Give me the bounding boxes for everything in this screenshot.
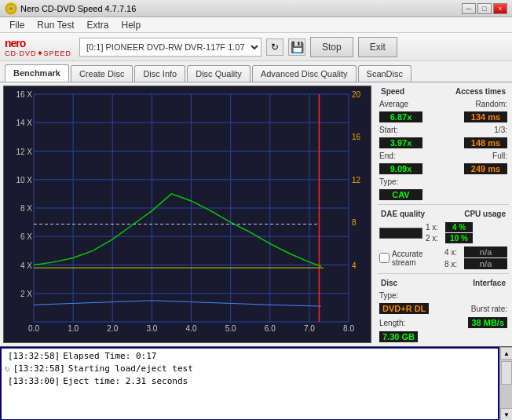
menu-file[interactable]: File: [3, 18, 31, 32]
disc-length-label: Length:: [379, 319, 405, 327]
start-value-row: 3.97x 148 ms: [378, 137, 509, 149]
drive-selector[interactable]: [0:1] PIONEER DVD-RW DVR-117F 1.07: [79, 38, 261, 57]
window-controls: ─ □ ×: [462, 3, 507, 14]
svg-point-1: [9, 7, 13, 10]
disc-type-value: DVD+R DL: [379, 303, 429, 314]
tab-scandisc[interactable]: ScanDisc: [358, 65, 411, 82]
cpu-2x-label: 2 x:: [426, 234, 445, 243]
log-entry-2: ↻ [13:32:58] Starting load/eject test: [5, 363, 495, 375]
type-value-row: CAV: [378, 188, 509, 201]
disc-type-label: Type:: [379, 291, 398, 300]
cpu-1x-label: 1 x:: [426, 223, 445, 232]
burst-value: 38 MB/s: [468, 317, 507, 328]
dae-cpu-row: 1 x: 4 % 2 x: 10 %: [378, 221, 509, 244]
tab-advanced-disc-quality[interactable]: Advanced Disc Quality: [252, 65, 357, 82]
start-label: Start:: [379, 126, 398, 134]
exit-button[interactable]: Exit: [358, 37, 397, 57]
disc-interface-header: Disc Interface: [378, 277, 509, 289]
divider2: [378, 273, 509, 274]
one-third-value: 148 ms: [464, 137, 507, 148]
disc-length-burst-row: Length: 38 MB/s: [378, 316, 509, 329]
random-label: Random:: [475, 100, 507, 108]
log-time-2: [13:32:58]: [13, 363, 65, 375]
cpu-1x-row: 1 x: 4 %: [426, 222, 473, 232]
end-label: End:: [379, 152, 396, 160]
end-value-row: 9.09x 249 ms: [378, 163, 509, 175]
full-label: Full:: [492, 152, 507, 160]
cpu-2x-value: 10 %: [445, 233, 473, 243]
accurate-checkbox[interactable]: [379, 253, 389, 263]
end-value: 9.09x: [379, 163, 422, 174]
average-label: Average: [379, 100, 408, 108]
dae-bar: [379, 228, 422, 239]
maximize-button[interactable]: □: [477, 3, 492, 14]
type-row: Type:: [378, 177, 509, 187]
access-label: Access times: [454, 86, 507, 97]
disc-type-value-row: DVD+R DL Burst rate:: [378, 302, 509, 315]
scrollbar-track: [500, 360, 512, 408]
save-icon[interactable]: 💾: [288, 38, 305, 56]
log-icon-2: ↻: [5, 363, 10, 375]
end-row: End: Full:: [378, 151, 509, 161]
tab-benchmark[interactable]: Benchmark: [5, 64, 69, 82]
cpu-4x-value: n/a: [464, 247, 507, 257]
cpu-4x-8x: 4 x: n/a 8 x: n/a: [444, 247, 507, 269]
log-scrollbar: ▲ ▼: [499, 347, 512, 420]
log-time-3: [13:33:00]: [8, 375, 60, 388]
stats-panel: Speed Access times Average Random: 6.87x…: [375, 82, 512, 346]
log-entry-3: [13:33:00] Eject time: 2.31 seconds: [5, 375, 495, 388]
app-icon: [5, 2, 17, 15]
log-text-2: Starting load/eject test: [68, 363, 193, 375]
cpu-1x-value: 4 %: [445, 222, 473, 232]
average-value-row: 6.87x 134 ms: [378, 111, 509, 123]
log-area: [13:32:58] Elapsed Time: 0:17 ↻ [13:32:5…: [0, 346, 512, 420]
disc-length-value: 7.30 GB: [379, 331, 418, 342]
titlebar: Nero CD-DVD Speed 4.7.7.16 ─ □ ×: [0, 0, 512, 17]
full-value: 249 ms: [464, 163, 507, 174]
log-content: [13:32:58] Elapsed Time: 0:17 ↻ [13:32:5…: [2, 349, 498, 419]
one-third-label: 1/3:: [494, 126, 507, 134]
cpu-2x-row: 2 x: 10 %: [426, 233, 473, 243]
chart-panel-area: Speed Access times Average Random: 6.87x…: [0, 82, 512, 346]
log-time-1: [13:32:58]: [8, 350, 60, 363]
menu-help[interactable]: Help: [115, 18, 148, 32]
interface-label: Interface: [471, 278, 507, 288]
start-row: Start: 1/3:: [378, 125, 509, 135]
tab-disc-info[interactable]: Disc Info: [134, 65, 185, 82]
menu-run-test[interactable]: Run Test: [31, 18, 80, 32]
cpu-4x-label: 4 x:: [444, 248, 464, 257]
scrollbar-up[interactable]: ▲: [500, 347, 512, 360]
type-label: Type:: [379, 177, 398, 186]
chart-canvas: [4, 86, 371, 343]
menu-extra[interactable]: Extra: [80, 18, 115, 32]
cpu-8x-label: 8 x:: [444, 260, 464, 268]
speed-label: Speed: [379, 86, 406, 97]
log-text-3: Eject time: 2.31 seconds: [63, 375, 188, 388]
disc-length-value-row: 7.30 GB: [378, 331, 509, 343]
burst-label: Burst rate:: [471, 305, 507, 313]
stop-button[interactable]: Stop: [310, 37, 353, 57]
log-entry-1: [13:32:58] Elapsed Time: 0:17: [5, 350, 495, 363]
scrollbar-thumb[interactable]: [501, 361, 512, 385]
tab-bar: Benchmark Create Disc Disc Info Disc Qua…: [0, 61, 512, 82]
scrollbar-down[interactable]: ▼: [500, 408, 512, 420]
cpu-4x-row: 4 x: n/a: [444, 247, 507, 257]
logo-nero: nero: [5, 37, 71, 49]
minimize-button[interactable]: ─: [462, 3, 476, 14]
dae-label: DAE quality: [379, 209, 426, 219]
disc-type-row: Type:: [378, 290, 509, 301]
accurate-label: Accurate stream: [392, 250, 439, 267]
dae-cpu-header: DAE quality CPU usage: [378, 208, 509, 220]
logo-cddvd: CD·DVD✦SPEED: [5, 49, 71, 57]
accurate-row: Accurate stream 4 x: n/a 8 x: n/a: [378, 246, 509, 270]
tab-disc-quality[interactable]: Disc Quality: [187, 65, 251, 82]
cpu-8x-row: 8 x: n/a: [444, 258, 507, 269]
close-button[interactable]: ×: [493, 3, 507, 14]
average-row: Average Random:: [378, 99, 509, 109]
tab-create-disc[interactable]: Create Disc: [71, 65, 133, 82]
cpu-values: 1 x: 4 % 2 x: 10 %: [426, 222, 473, 243]
log-text-1: Elapsed Time: 0:17: [63, 350, 156, 363]
start-value: 3.97x: [379, 137, 422, 148]
average-value: 6.87x: [379, 111, 422, 122]
refresh-icon[interactable]: ↻: [266, 38, 283, 56]
